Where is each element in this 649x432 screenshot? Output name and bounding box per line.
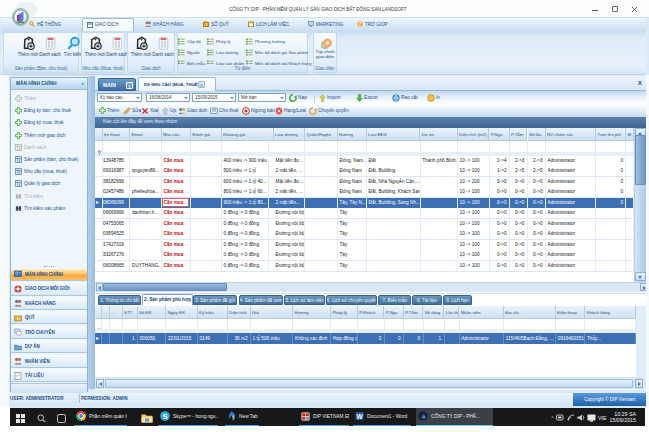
svg-text:W: W: [356, 413, 363, 420]
svg-text:S: S: [162, 412, 167, 421]
svg-text:?: ?: [359, 22, 362, 27]
